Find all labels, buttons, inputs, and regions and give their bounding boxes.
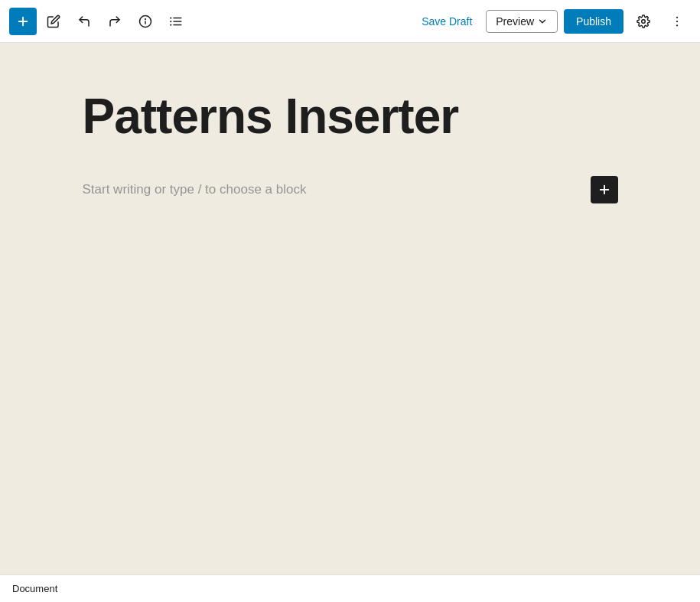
svg-point-13 <box>676 20 678 21</box>
settings-button[interactable] <box>630 8 657 35</box>
preview-label: Preview <box>496 15 534 28</box>
save-draft-button[interactable]: Save Draft <box>414 11 480 32</box>
info-button[interactable] <box>132 8 159 35</box>
document-status-label: Document <box>12 583 57 594</box>
pencil-icon <box>47 15 60 28</box>
redo-icon <box>108 15 122 28</box>
svg-point-12 <box>676 16 678 18</box>
info-icon <box>138 15 152 28</box>
edit-button[interactable] <box>40 8 67 35</box>
block-placeholder-row: Start writing or type / to choose a bloc… <box>83 176 618 203</box>
toolbar: Save Draft Preview Publish <box>0 0 700 43</box>
block-add-inline-button[interactable] <box>591 176 618 203</box>
editor-content: Patterns Inserter Start writing or type … <box>83 89 618 574</box>
list-view-button[interactable] <box>162 8 190 35</box>
ellipsis-vertical-icon <box>670 15 684 28</box>
plus-icon <box>16 15 30 28</box>
preview-button[interactable]: Preview <box>486 10 558 33</box>
redo-button[interactable] <box>101 8 129 35</box>
page-title[interactable]: Patterns Inserter <box>83 89 618 145</box>
list-icon <box>169 15 183 28</box>
editor-area: Patterns Inserter Start writing or type … <box>0 43 700 574</box>
svg-point-14 <box>676 24 678 26</box>
undo-icon <box>77 15 91 28</box>
status-bar: Document <box>0 574 700 602</box>
toolbar-right: Save Draft Preview Publish <box>414 8 691 35</box>
add-block-button[interactable] <box>9 8 37 35</box>
plus-icon-inline <box>597 183 611 197</box>
toolbar-left <box>9 8 414 35</box>
gear-icon <box>637 15 650 28</box>
publish-button[interactable]: Publish <box>564 9 623 34</box>
chevron-down-icon <box>537 16 548 27</box>
svg-point-11 <box>642 19 646 23</box>
more-options-button[interactable] <box>663 8 691 35</box>
undo-button[interactable] <box>70 8 98 35</box>
block-placeholder-text[interactable]: Start writing or type / to choose a bloc… <box>83 182 581 197</box>
